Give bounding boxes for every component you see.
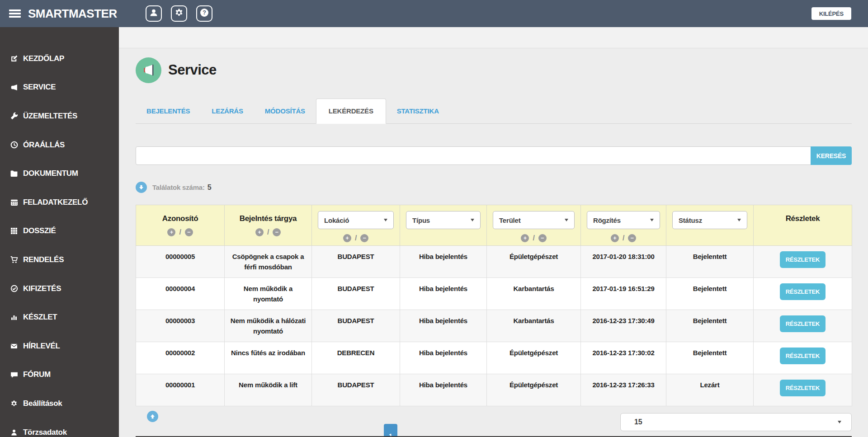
sort-asc-icon[interactable]: + (521, 234, 529, 242)
sidebar-item-feladatkezelo[interactable]: FELADATKEZELŐ (0, 188, 119, 217)
search-bar: KERESÉS (136, 146, 852, 165)
cell-area: Épületgépészet (487, 246, 581, 278)
sidebar-item-dosszie[interactable]: DOSSZIÉ (0, 217, 119, 246)
table-footer: 1 15 (136, 406, 852, 437)
settings-button[interactable] (171, 5, 187, 22)
comment-icon (10, 371, 18, 379)
sidebar-item-keszlet[interactable]: KÉSZLET (0, 303, 119, 332)
navbar-icon-buttons: ? (146, 5, 212, 22)
tab-modositas[interactable]: MÓDOSÍTÁS (254, 99, 316, 123)
help-button[interactable]: ? (196, 5, 212, 22)
cell-area: Karbantartás (487, 310, 581, 342)
check-circle-icon (10, 285, 18, 293)
logout-button[interactable]: KILÉPÉS (811, 7, 851, 20)
top-navbar: SMARTMASTER ? KILÉPÉS (0, 0, 868, 27)
terulet-filter-dropdown[interactable]: Terület (493, 211, 575, 229)
sidebar-item-service[interactable]: SERVICE (0, 73, 119, 102)
cell-area: Épületgépészet (487, 342, 581, 374)
cell-id: 00000003 (136, 310, 225, 342)
chevron-down-icon (650, 219, 654, 221)
sort-desc-icon[interactable]: − (628, 234, 636, 242)
table-header-row: Azonosító + / − Bejelntés tárgya + (136, 205, 852, 246)
details-button[interactable]: RÉSZLETEK (780, 348, 826, 364)
cell-area: Karbantartás (487, 278, 581, 310)
column-header-terulet: Terület + / − (487, 205, 581, 246)
sort-controls: + / − (581, 234, 666, 242)
sidebar-item-beallitasok[interactable]: Beállítások (0, 389, 119, 418)
page-size-dropdown[interactable]: 15 (620, 413, 852, 431)
bar-chart-icon (10, 313, 18, 321)
cell-subject: Nem működik a hálózati nyomtató (225, 310, 312, 342)
sidebar: KEZDŐLAP SERVICE ÜZEMELTETÉS ÓRAÁLLÁS DO… (0, 27, 119, 437)
cell-status: Bejelentett (666, 246, 754, 278)
rogzites-filter-dropdown[interactable]: Rögzítés (587, 211, 660, 229)
breadcrumb-strip (119, 27, 868, 48)
statusz-filter-dropdown[interactable]: Státusz (672, 211, 747, 229)
cell-status: Lezárt (666, 374, 754, 406)
sidebar-item-kifizetes[interactable]: KIFIZETÉS (0, 274, 119, 303)
pagination-page-1-button[interactable]: 1 (384, 424, 397, 437)
user-icon (149, 8, 158, 19)
lokacio-filter-dropdown[interactable]: Lokáció (318, 211, 394, 229)
edit-icon (10, 55, 18, 63)
tab-lezaras[interactable]: LEZÁRÁS (201, 99, 254, 123)
cell-recorded: 2017-01-19 16:51:29 (581, 278, 666, 310)
cell-type: Hiba bejelentés (400, 374, 487, 406)
sort-asc-icon[interactable]: + (167, 228, 175, 236)
gear-icon (175, 8, 184, 19)
app-title: SMARTMASTER (28, 7, 117, 21)
details-button[interactable]: RÉSZLETEK (780, 380, 826, 396)
cell-id: 00000001 (136, 374, 225, 406)
cell-location: BUDAPEST (312, 374, 400, 406)
column-header-rogzites: Rögzítés + / − (581, 205, 666, 246)
cell-type: Hiba bejelentés (400, 310, 487, 342)
details-button[interactable]: RÉSZLETEK (780, 251, 826, 268)
page-header: Service (136, 57, 852, 83)
sidebar-item-rendeles[interactable]: RENDELÉS (0, 245, 119, 274)
cell-subject: Csöpögnek a csapok a férfi mosdóban (225, 246, 312, 278)
cell-details: RÉSZLETEK (754, 310, 852, 342)
question-icon: ? (200, 8, 209, 19)
cell-status: Bejelentett (666, 310, 754, 342)
sidebar-item-kezdolap[interactable]: KEZDŐLAP (0, 44, 119, 73)
sort-controls: + / − (312, 234, 400, 242)
tipus-filter-dropdown[interactable]: Típus (406, 211, 481, 229)
results-label: Találatok száma: (152, 183, 205, 191)
details-button[interactable]: RÉSZLETEK (780, 315, 826, 332)
sort-asc-icon[interactable]: + (611, 234, 619, 242)
search-input[interactable] (136, 146, 811, 165)
search-button[interactable]: KERESÉS (811, 146, 852, 165)
sidebar-item-dokumentum[interactable]: DOKUMENTUM (0, 159, 119, 188)
sort-desc-icon[interactable]: − (538, 234, 547, 242)
sidebar-item-oraallas[interactable]: ÓRAÁLLÁS (0, 131, 119, 160)
envelope-icon (10, 342, 18, 350)
sort-desc-icon[interactable]: − (360, 234, 368, 242)
cell-location: BUDAPEST (312, 310, 400, 342)
tab-lekerdezes[interactable]: LEKÉRDEZÉS (316, 99, 386, 124)
collapse-down-arrow-icon[interactable] (136, 182, 147, 193)
chevron-down-icon (737, 219, 741, 221)
sidebar-item-forum[interactable]: FÓRUM (0, 361, 119, 390)
cell-status: Bejelentett (666, 342, 754, 374)
chevron-down-icon (838, 421, 841, 423)
sort-desc-icon[interactable]: − (273, 228, 281, 236)
back-to-top-arrow-icon[interactable] (147, 411, 158, 422)
tab-bejelentes[interactable]: BEJELENTÉS (136, 99, 201, 123)
sidebar-item-uzemeltetes[interactable]: ÜZEMELTETÉS (0, 102, 119, 131)
table-row: 00000002 Nincs fűtés az irodában DEBRECE… (136, 342, 852, 374)
hamburger-menu-icon[interactable] (9, 9, 21, 18)
chevron-down-icon (384, 219, 387, 221)
sort-asc-icon[interactable]: + (255, 228, 264, 236)
sidebar-item-hirlevel[interactable]: HÍRLEVÉL (0, 332, 119, 361)
cell-id: 00000005 (136, 246, 225, 278)
results-table: Azonosító + / − Bejelntés tárgya + (136, 205, 852, 406)
sidebar-item-torzsadatok[interactable]: Törzsadatok (0, 418, 119, 437)
details-button[interactable]: RÉSZLETEK (780, 283, 826, 300)
chevron-down-icon (565, 219, 568, 221)
tab-statisztika[interactable]: STATISZTIKA (386, 99, 450, 123)
user-button[interactable] (146, 5, 162, 22)
svg-text:?: ? (203, 9, 206, 16)
sort-asc-icon[interactable]: + (343, 234, 351, 242)
service-megaphone-icon (136, 57, 161, 83)
sort-desc-icon[interactable]: − (185, 228, 193, 236)
